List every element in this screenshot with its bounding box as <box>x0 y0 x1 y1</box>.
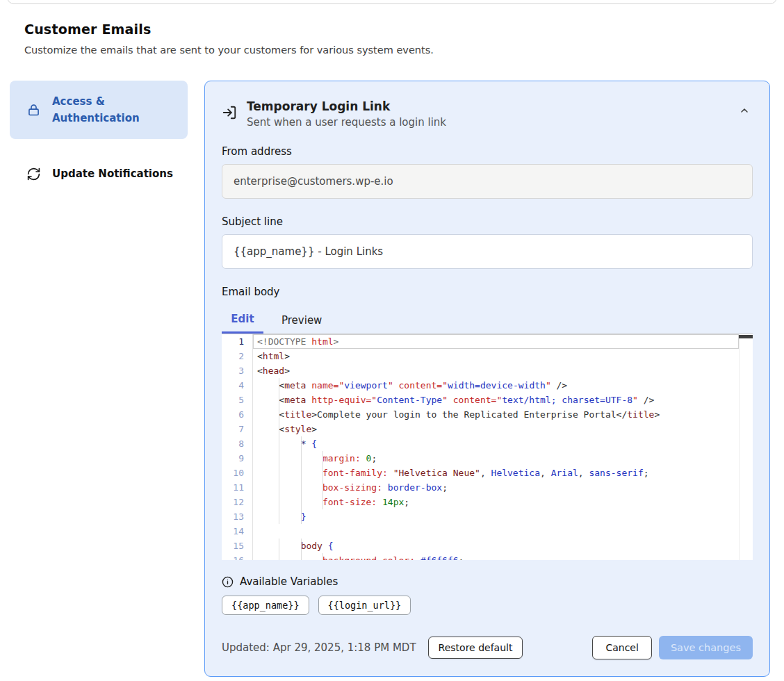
line-number: 16 <box>222 553 253 560</box>
chevron-up-icon <box>739 105 750 116</box>
code-line-content: background-color: #f6f6f6; <box>253 553 753 560</box>
line-number: 12 <box>222 495 253 509</box>
page-subtitle: Customize the emails that are sent to yo… <box>24 44 760 56</box>
code-line: 12 font-size: 14px; <box>222 495 753 509</box>
code-line: 7 <style> <box>222 422 753 436</box>
code-line: 4 <meta name="viewport" content="width=d… <box>222 378 753 393</box>
line-number: 9 <box>222 451 253 466</box>
code-line-content: font-size: 14px; <box>253 495 753 509</box>
line-number: 5 <box>222 393 253 407</box>
code-line-content: box-sizing: border-box; <box>253 480 753 495</box>
line-number: 14 <box>222 524 253 539</box>
settings-sidebar: Access & Authentication Update Notificat… <box>10 81 188 192</box>
variable-chip-login-url[interactable]: {{login_url}} <box>318 596 411 615</box>
available-variables-label: Available Variables <box>240 575 338 588</box>
sidebar-item-label: Update Notifications <box>52 165 173 182</box>
subject-line-label: Subject line <box>222 215 753 228</box>
code-line-content: * { <box>253 436 753 451</box>
sidebar-item-access-authentication[interactable]: Access & Authentication <box>10 81 188 139</box>
line-number: 15 <box>222 539 253 553</box>
code-line: 16 background-color: #f6f6f6; <box>222 553 753 560</box>
code-line: 3<head> <box>222 363 753 378</box>
tab-preview[interactable]: Preview <box>270 306 333 334</box>
tab-edit[interactable]: Edit <box>222 306 263 334</box>
code-line-content: body { <box>253 539 753 553</box>
line-number: 1 <box>222 334 253 349</box>
code-line: 14 <box>222 524 753 539</box>
code-line-content <box>253 524 753 539</box>
variable-chip-app-name[interactable]: {{app_name}} <box>222 596 309 615</box>
cancel-button[interactable]: Cancel <box>592 636 651 659</box>
editor-tabs: Edit Preview <box>222 306 753 334</box>
code-line-content: <title>Complete your login to the Replic… <box>253 407 753 422</box>
code-line: 8 * { <box>222 436 753 451</box>
code-line-content: <head> <box>253 363 753 378</box>
line-number: 4 <box>222 378 253 393</box>
code-line-content: <meta name="viewport" content="width=dev… <box>253 378 753 393</box>
subject-line-input[interactable] <box>222 234 753 269</box>
code-line: 6 <title>Complete your login to the Repl… <box>222 407 753 422</box>
log-in-icon <box>222 105 237 120</box>
code-line-content: <style> <box>253 422 753 436</box>
line-number: 13 <box>222 509 253 524</box>
restore-default-button[interactable]: Restore default <box>428 637 523 659</box>
line-number: 8 <box>222 436 253 451</box>
code-line: 2<html> <box>222 349 753 363</box>
collapse-button[interactable] <box>736 102 753 119</box>
code-line-content: <!DOCTYPE html> <box>253 334 739 349</box>
code-line-content: font-family: "Helvetica Neue", Helvetica… <box>253 466 753 480</box>
line-number: 3 <box>222 363 253 378</box>
line-number: 10 <box>222 466 253 480</box>
code-line: 13 } <box>222 509 753 524</box>
from-address-label: From address <box>222 145 753 158</box>
card-title: Temporary Login Link <box>247 99 726 113</box>
line-number: 7 <box>222 422 253 436</box>
info-icon <box>222 576 234 588</box>
code-line: 11 box-sizing: border-box; <box>222 480 753 495</box>
code-line: 9 margin: 0; <box>222 451 753 466</box>
updated-timestamp: Updated: Apr 29, 2025, 1:18 PM MDT <box>222 641 416 654</box>
editor-scrollbar-thumb[interactable] <box>739 335 753 338</box>
code-line-content: } <box>253 509 753 524</box>
save-changes-button[interactable]: Save changes <box>659 636 753 659</box>
lock-icon <box>26 103 41 117</box>
code-line: 5 <meta http-equiv="Content-Type" conten… <box>222 393 753 407</box>
code-line-content: margin: 0; <box>253 451 753 466</box>
line-number: 11 <box>222 480 253 495</box>
sidebar-item-label: Access & Authentication <box>52 93 177 126</box>
code-editor[interactable]: 1<!DOCTYPE html>2<html>3<head>4 <meta na… <box>222 334 753 560</box>
from-address-input[interactable] <box>222 164 753 199</box>
editor-scrollbar-track[interactable] <box>739 334 753 560</box>
code-line: 15 body { <box>222 539 753 553</box>
code-line: 1<!DOCTYPE html> <box>222 334 753 349</box>
code-line-content: <html> <box>253 349 753 363</box>
code-line: 10 font-family: "Helvetica Neue", Helvet… <box>222 466 753 480</box>
page-title: Customer Emails <box>24 22 760 37</box>
refresh-icon <box>26 167 41 181</box>
previous-card-bottom-edge <box>7 0 777 4</box>
line-number: 6 <box>222 407 253 422</box>
email-template-card: Temporary Login Link Sent when a user re… <box>204 81 770 677</box>
line-number: 2 <box>222 349 253 363</box>
code-line-content: <meta http-equiv="Content-Type" content=… <box>253 393 753 407</box>
sidebar-item-update-notifications[interactable]: Update Notifications <box>10 156 188 192</box>
card-subtitle: Sent when a user requests a login link <box>247 116 726 129</box>
email-body-label: Email body <box>222 286 753 298</box>
